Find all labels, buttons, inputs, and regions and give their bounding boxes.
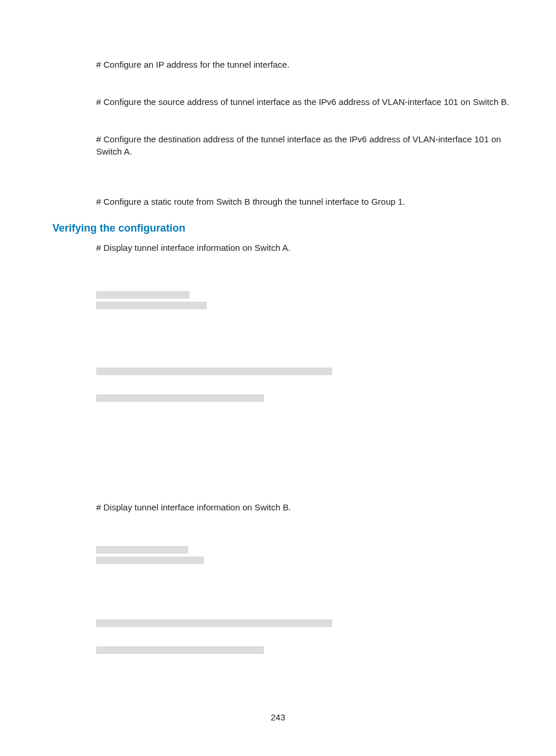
section-heading: Verifying the configuration — [52, 222, 510, 235]
redacted-content — [96, 394, 264, 402]
redacted-content — [96, 368, 332, 375]
redacted-content — [96, 646, 264, 654]
paragraph: # Display tunnel interface information o… — [96, 242, 510, 254]
paragraph: # Display tunnel interface information o… — [96, 501, 510, 514]
page-number: 243 — [0, 712, 556, 722]
paragraph: # Configure an IP address for the tunnel… — [96, 58, 510, 71]
paragraph: # Configure a static route from Switch B… — [96, 195, 510, 208]
paragraph: # Configure the source address of tunnel… — [96, 96, 510, 108]
redacted-content — [96, 302, 207, 309]
paragraph: # Configure the destination address of t… — [96, 133, 510, 159]
redacted-content — [96, 546, 188, 554]
redacted-content — [96, 620, 332, 627]
redacted-content — [96, 556, 204, 564]
redacted-content — [96, 291, 189, 299]
